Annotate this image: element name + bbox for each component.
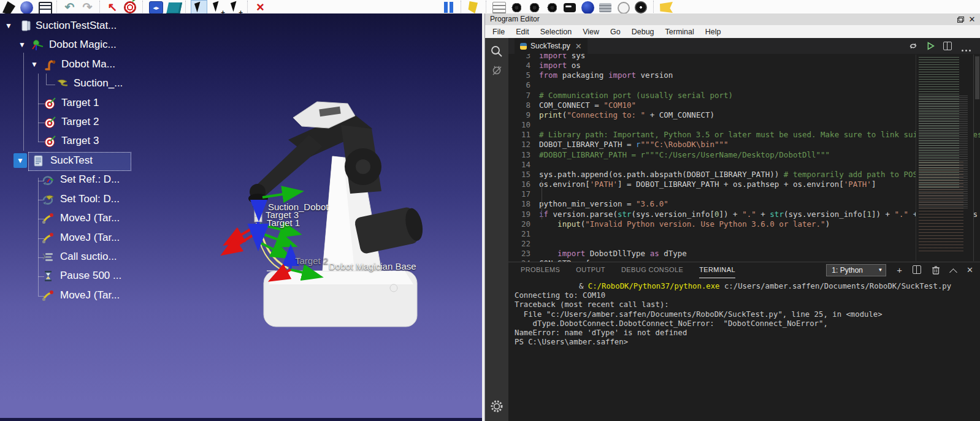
move-tool-icon[interactable] xyxy=(228,0,243,14)
tree-item-pause[interactable]: Pause 500 ... xyxy=(0,267,159,286)
code-line[interactable]: 18python_min_version = "3.6.0" xyxy=(508,199,980,209)
menu-debug[interactable]: Debug xyxy=(632,28,654,36)
code-line[interactable]: 13#DOBOT_LIBRARY_PATH = r"""C:/Users/Use… xyxy=(508,150,980,160)
code-line[interactable]: 4import os xyxy=(508,61,980,70)
tree-item-settool[interactable]: Set Tool: D... xyxy=(0,191,159,210)
code-line[interactable]: 6 xyxy=(508,80,980,90)
tree-item-label[interactable]: Set Ref.: D... xyxy=(60,173,120,186)
online-library-icon[interactable] xyxy=(20,1,33,14)
draw-icon[interactable] xyxy=(1,0,17,14)
tree-item-movej-3[interactable]: MoveJ (Tar... xyxy=(0,287,159,306)
tree-item-label[interactable]: Target 1 xyxy=(61,97,99,109)
code-line[interactable]: 23 import DobotDllType as dType xyxy=(508,249,980,259)
knob-icon-2[interactable] xyxy=(529,2,540,13)
menu-terminal[interactable]: Terminal xyxy=(665,28,694,36)
redo-icon[interactable]: ↷ xyxy=(80,0,95,14)
stack-icon[interactable] xyxy=(599,3,611,12)
editor-scrollbar[interactable] xyxy=(975,56,979,99)
tree-item-sucktest[interactable]: ▼ SuckTest xyxy=(0,152,159,171)
code-line[interactable]: 14 xyxy=(508,160,980,170)
debug-icon[interactable] xyxy=(489,63,504,77)
split-terminal-icon[interactable] xyxy=(913,264,921,276)
code-editor[interactable]: 3import sys4import os5from packaging imp… xyxy=(508,54,980,262)
tab-output[interactable]: OUTPUT xyxy=(576,262,605,278)
hook-icon[interactable] xyxy=(467,1,480,13)
tree-item-label[interactable]: SuctionTestStat... xyxy=(36,20,117,32)
code-line[interactable]: 9print("Connecting to: " + COM_CONNECT) xyxy=(508,110,980,120)
tree-item-target-2[interactable]: Target 2 xyxy=(0,113,159,132)
record-icon[interactable] xyxy=(635,1,647,13)
kill-terminal-icon[interactable] xyxy=(932,265,940,275)
tree-item-label[interactable]: Call suctio... xyxy=(60,251,117,263)
tree-item-label[interactable]: Target 3 xyxy=(61,135,99,147)
pause-sim-icon[interactable] xyxy=(444,2,453,13)
fit-view-icon[interactable]: ◂▸ xyxy=(149,1,163,14)
tab-terminal[interactable]: TERMINAL xyxy=(699,262,735,278)
tree-item-frame[interactable]: ▼ Dobot Magic... xyxy=(0,36,159,55)
tree-item-target-1[interactable]: Target 1 xyxy=(0,94,159,113)
tree-item-label[interactable]: SuckTest xyxy=(50,154,93,167)
search-icon[interactable] xyxy=(489,44,504,59)
tree-item-label[interactable]: Target 2 xyxy=(61,116,99,128)
add-target-icon[interactable] xyxy=(124,1,136,13)
tree-item-setref[interactable]: Set Ref.: D... xyxy=(0,171,159,190)
robodk-logo-icon[interactable] xyxy=(581,1,594,14)
camera-icon[interactable] xyxy=(564,3,576,12)
tree-item-label[interactable]: Pause 500 ... xyxy=(60,270,121,282)
terminal-shell-select[interactable]: 1: Python▼ xyxy=(826,264,886,276)
menu-selection[interactable]: Selection xyxy=(540,28,572,36)
code-line[interactable]: 5from packaging import version xyxy=(508,70,980,80)
menu-file[interactable]: File xyxy=(492,28,505,36)
code-line[interactable]: 12DOBOT_LIBRARY_PATH = r"""C:\RoboDK\bin… xyxy=(508,140,980,150)
code-line[interactable]: 7# Communication port (usually serial po… xyxy=(508,91,980,101)
program-list-icon[interactable] xyxy=(492,2,506,14)
undo-icon[interactable]: ↶ xyxy=(62,0,77,14)
code-line[interactable]: 3import sys xyxy=(508,54,980,61)
sync-run-icon[interactable] xyxy=(907,40,919,51)
terminal-output[interactable]: & C:/RoboDK/Python37/python.exe c:/Users… xyxy=(515,282,978,421)
maximize-panel-icon[interactable] xyxy=(949,268,957,276)
menu-view[interactable]: View xyxy=(583,28,599,36)
3d-viewport[interactable]: Suction_Dobot Target 3 Target 1 Target 2… xyxy=(0,13,482,421)
isometric-view-icon[interactable] xyxy=(166,2,182,14)
collapse-arrow-icon[interactable]: ▼ xyxy=(13,153,27,168)
tree-item-station[interactable]: ▼ SuctionTestStat... xyxy=(0,17,159,36)
tree-item-robot[interactable]: ▼ Dobot Ma... xyxy=(0,56,159,75)
tree-item-label[interactable]: Dobot Ma... xyxy=(61,58,115,70)
tab-problems[interactable]: PROBLEMS xyxy=(521,262,560,278)
menu-go[interactable]: Go xyxy=(610,28,621,36)
close-panel-icon[interactable]: ✕ xyxy=(967,265,973,276)
collapse-arrow-icon[interactable]: ▼ xyxy=(18,41,26,48)
menu-help[interactable]: Help xyxy=(705,28,721,36)
code-line[interactable]: 22 xyxy=(508,239,980,249)
run-python-file-icon[interactable] xyxy=(924,40,936,51)
tree-item-movej-1[interactable]: MoveJ (Tar... xyxy=(0,210,159,229)
minimap[interactable] xyxy=(916,55,973,261)
menu-edit[interactable]: Edit xyxy=(516,28,529,36)
code-line[interactable]: 10 xyxy=(508,120,980,130)
tree-item-label[interactable]: MoveJ (Tar... xyxy=(60,232,120,244)
tree-item-label[interactable]: MoveJ (Tar... xyxy=(60,289,120,302)
tree-item-label[interactable]: MoveJ (Tar... xyxy=(60,212,120,224)
code-line[interactable]: 20 input("Invalid Python version. Use Py… xyxy=(508,219,980,229)
tab-sucktest-py[interactable]: SuckTest.py ✕ xyxy=(515,38,588,54)
delete-icon[interactable]: × xyxy=(253,0,268,14)
add-frame-icon[interactable]: ↖ xyxy=(105,0,120,14)
tree-item-tool[interactable]: Suction_... xyxy=(0,75,159,94)
collapse-arrow-icon[interactable]: ▼ xyxy=(5,22,12,29)
tree-item-target-3[interactable]: Target 3 xyxy=(0,132,159,151)
code-line[interactable]: 8COM_CONNECT = "COM10" xyxy=(508,101,980,110)
knob-icon-3[interactable] xyxy=(546,2,558,13)
gear-icon[interactable] xyxy=(489,399,504,414)
tree-item-call[interactable]: Call suctio... xyxy=(0,248,159,267)
code-line[interactable]: 15sys.path.append(os.path.abspath(DOBOT_… xyxy=(508,170,980,180)
close-window-icon[interactable]: ✕ xyxy=(967,15,977,24)
collapse-arrow-icon[interactable]: ▼ xyxy=(31,61,38,68)
code-line[interactable]: 17 xyxy=(508,189,980,199)
code-line[interactable]: 21 xyxy=(508,229,980,239)
knob-icon-1[interactable] xyxy=(511,2,523,13)
float-window-icon[interactable] xyxy=(955,15,965,24)
code-line[interactable]: 16os.environ['PATH'] = DOBOT_LIBRARY_PAT… xyxy=(508,180,980,189)
split-editor-icon[interactable] xyxy=(941,40,954,51)
tree-item-label[interactable]: Set Tool: D... xyxy=(60,193,120,205)
